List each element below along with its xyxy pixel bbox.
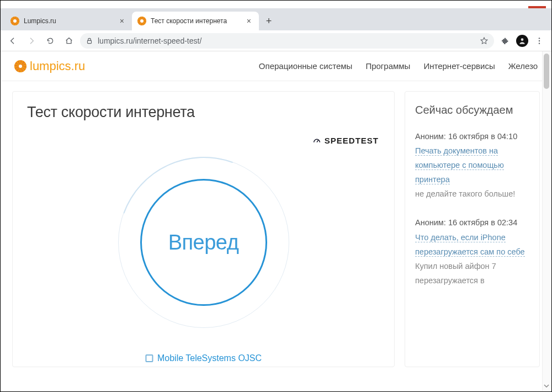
browser-tabstrip: Lumpics.ru × Тест скорости интернета × + xyxy=(1,8,551,30)
svg-line-9 xyxy=(317,140,319,142)
isp-info[interactable]: Mobile TeleSystems OJSC xyxy=(145,353,262,363)
avatar-icon xyxy=(518,37,526,45)
address-bar[interactable]: lumpics.ru/internet-speed-test/ xyxy=(80,33,494,49)
home-icon xyxy=(65,36,73,45)
new-tab-button[interactable]: + xyxy=(261,13,277,29)
site-nav: Операционные системы Программы Интернет-… xyxy=(259,61,538,71)
bookmark-star-icon[interactable] xyxy=(480,36,489,45)
discussion-link[interactable]: Печать документов на компьютере с помощь… xyxy=(415,146,504,184)
nav-item-programs[interactable]: Программы xyxy=(365,61,410,71)
browser-toolbar: lumpics.ru/internet-speed-test/ xyxy=(1,30,551,51)
isp-name: Mobile TeleSystems OJSC xyxy=(157,353,262,363)
scroll-thumb[interactable] xyxy=(544,54,549,89)
arrow-right-icon xyxy=(27,36,36,45)
gauge-arc xyxy=(90,129,317,356)
profile-avatar[interactable] xyxy=(516,35,528,47)
sidebar-title: Сейчас обсуждаем xyxy=(415,103,529,117)
gauge-wrap: Вперед xyxy=(27,143,380,342)
browser-tab-0[interactable]: Lumpics.ru × xyxy=(5,12,132,30)
browser-menu-button[interactable] xyxy=(532,33,547,49)
reload-icon xyxy=(46,36,55,45)
discussion-meta: Аноним: 16 октября в 02:34 xyxy=(415,215,529,230)
url-text: lumpics.ru/internet-speed-test/ xyxy=(98,36,201,45)
svg-point-6 xyxy=(539,38,540,39)
main-card: Тест скорости интернета SPEEDTEST Вперед… xyxy=(12,91,395,367)
nav-item-internet[interactable]: Интернет-сервисы xyxy=(423,61,495,71)
logo-text: lumpics.ru xyxy=(30,59,85,73)
arrow-left-icon xyxy=(8,36,17,45)
page-scrollbar[interactable] xyxy=(542,51,551,391)
tab-title: Тест скорости интернета xyxy=(151,17,227,25)
isp-icon xyxy=(145,354,153,362)
discussion-comment: не делайте такого больше! xyxy=(415,187,529,201)
back-button[interactable] xyxy=(5,33,20,49)
svg-point-5 xyxy=(521,38,524,41)
extensions-button[interactable] xyxy=(497,33,513,49)
site-logo[interactable]: lumpics.ru xyxy=(14,59,85,73)
svg-point-8 xyxy=(539,43,540,44)
forward-button[interactable] xyxy=(24,33,39,49)
sidebar: Сейчас обсуждаем Аноним: 16 октября в 04… xyxy=(405,91,540,367)
favicon-icon xyxy=(137,17,146,25)
scroll-down-icon[interactable] xyxy=(544,383,549,389)
discussion-item: Аноним: 16 октября в 04:10 Печать докуме… xyxy=(415,129,529,201)
discussion-link[interactable]: Что делать, если iPhone перезагружается … xyxy=(415,233,525,257)
home-button[interactable] xyxy=(61,33,77,49)
nav-item-os[interactable]: Операционные системы xyxy=(259,61,353,71)
logo-icon xyxy=(14,60,26,72)
lock-icon xyxy=(86,37,93,45)
tab-title: Lumpics.ru xyxy=(24,17,56,25)
discussion-meta: Аноним: 16 октября в 04:10 xyxy=(415,129,529,144)
tab-close-button[interactable]: × xyxy=(245,15,253,27)
nav-item-hardware[interactable]: Железо xyxy=(508,61,538,71)
page-title: Тест скорости интернета xyxy=(27,104,380,121)
svg-point-7 xyxy=(539,40,540,41)
favicon-icon xyxy=(10,17,19,25)
kebab-icon xyxy=(535,36,544,45)
discussion-comment: Купил новый айфон 7 перезагружается в xyxy=(415,259,529,288)
svg-rect-4 xyxy=(88,40,92,43)
puzzle-icon xyxy=(501,36,509,45)
site-header: lumpics.ru Операционные системы Программ… xyxy=(1,51,551,81)
tab-close-button[interactable]: × xyxy=(118,15,126,27)
page-viewport: lumpics.ru Операционные системы Программ… xyxy=(1,51,551,391)
browser-tab-1[interactable]: Тест скорости интернета × xyxy=(132,12,259,30)
reload-button[interactable] xyxy=(43,33,58,49)
discussion-item: Аноним: 16 октября в 02:34 Что делать, е… xyxy=(415,215,529,287)
